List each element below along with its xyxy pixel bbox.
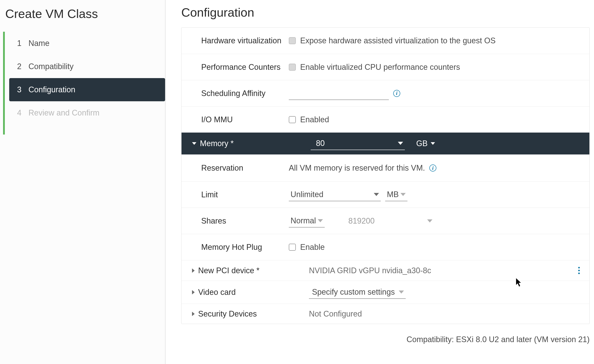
- video-label: Video card: [198, 288, 305, 297]
- step-number: 4: [17, 108, 22, 118]
- hotplug-checkbox[interactable]: [289, 244, 296, 251]
- limit-unit: MB: [387, 190, 399, 199]
- pci-value: NVIDIA GRID vGPU nvidia_a30-8c: [309, 266, 431, 275]
- chevron-right-icon: [192, 312, 195, 316]
- main-panel: Configuration Hardware virtualization Ex…: [166, 0, 594, 364]
- shares-value: 819200: [348, 216, 375, 225]
- chevron-down-icon: [431, 142, 435, 145]
- limit-label: Limit: [201, 190, 289, 199]
- shares-level: Normal: [290, 216, 316, 225]
- step-label: Review and Confirm: [28, 108, 99, 118]
- step-name[interactable]: 1 Name: [0, 32, 165, 55]
- chevron-down-icon: [427, 219, 432, 222]
- reservation-label: Reservation: [201, 163, 289, 172]
- section-security-devices[interactable]: Security Devices Not Configured: [182, 304, 589, 324]
- row-hardware-virtualization: Hardware virtualization Expose hardware …: [182, 27, 589, 54]
- config-container: Hardware virtualization Expose hardware …: [181, 27, 590, 324]
- memory-unit-select[interactable]: GB: [416, 139, 435, 148]
- security-label: Security Devices: [198, 309, 305, 318]
- perf-counters-label: Performance Counters: [201, 63, 289, 72]
- pci-actions-menu[interactable]: [576, 265, 581, 276]
- video-settings-select[interactable]: Specify custom settings: [309, 286, 406, 299]
- chevron-down-icon: [318, 219, 323, 222]
- limit-value: Unlimited: [290, 190, 323, 199]
- step-compatibility[interactable]: 2 Compatibility: [0, 55, 165, 78]
- limit-select[interactable]: Unlimited: [289, 188, 381, 201]
- row-reservation: Reservation All VM memory is reserved fo…: [182, 154, 589, 181]
- io-mmu-label: I/O MMU: [201, 115, 289, 124]
- step-label: Configuration: [28, 85, 75, 94]
- memory-size-input[interactable]: 80: [311, 137, 405, 150]
- info-icon[interactable]: i: [429, 165, 436, 172]
- shares-value-select[interactable]: 819200: [347, 215, 434, 227]
- chevron-down-icon: [398, 142, 403, 145]
- wizard-sidebar: Create VM Class 1 Name 2 Compatibility 3…: [0, 0, 166, 364]
- chevron-down-icon: [192, 142, 196, 145]
- row-scheduling-affinity: Scheduling Affinity i: [182, 80, 589, 106]
- video-value: Specify custom settings: [312, 287, 395, 296]
- step-review: 4 Review and Confirm: [0, 101, 165, 125]
- chevron-down-icon: [399, 291, 404, 294]
- row-memory-hot-plug: Memory Hot Plug Enable: [182, 234, 589, 260]
- step-number: 1: [17, 39, 22, 48]
- section-pci-device[interactable]: New PCI device * NVIDIA GRID vGPU nvidia…: [182, 260, 589, 281]
- step-label: Compatibility: [28, 62, 74, 71]
- wizard-title: Create VM Class: [0, 0, 165, 32]
- row-shares: Shares Normal 819200: [182, 208, 589, 234]
- section-video-card[interactable]: Video card Specify custom settings: [182, 281, 589, 304]
- limit-unit-select[interactable]: MB: [385, 188, 407, 201]
- wizard-steps: 1 Name 2 Compatibility 3 Configuration 4…: [0, 32, 165, 125]
- hotplug-option-text: Enable: [300, 243, 325, 252]
- memory-section-header[interactable]: Memory * 80 GB: [182, 132, 589, 154]
- step-configuration[interactable]: 3 Configuration: [9, 78, 165, 101]
- info-icon[interactable]: i: [393, 90, 400, 97]
- hotplug-label: Memory Hot Plug: [201, 243, 289, 252]
- sched-affinity-label: Scheduling Affinity: [201, 89, 289, 98]
- step-label: Name: [28, 39, 49, 48]
- security-value: Not Configured: [309, 309, 362, 318]
- sched-affinity-input[interactable]: [289, 87, 389, 100]
- memory-value: 80: [316, 139, 325, 148]
- chevron-down-icon: [374, 193, 379, 196]
- hw-virt-checkbox[interactable]: [289, 37, 296, 44]
- step-number: 2: [17, 62, 22, 71]
- wizard-progress-bar: [3, 32, 5, 134]
- memory-label: Memory *: [200, 139, 307, 148]
- io-mmu-option-text: Enabled: [300, 115, 329, 124]
- row-limit: Limit Unlimited MB: [182, 181, 589, 208]
- hw-virt-label: Hardware virtualization: [201, 36, 289, 45]
- hw-virt-option-text: Expose hardware assisted virtualization …: [300, 36, 495, 45]
- chevron-right-icon: [192, 290, 195, 294]
- pci-label: New PCI device *: [198, 266, 305, 275]
- memory-unit-text: GB: [416, 139, 428, 148]
- io-mmu-checkbox[interactable]: [289, 116, 296, 123]
- row-performance-counters: Performance Counters Enable virtualized …: [182, 54, 589, 80]
- row-io-mmu: I/O MMU Enabled: [182, 106, 589, 132]
- perf-counters-option-text: Enable virtualized CPU performance count…: [300, 63, 460, 72]
- compatibility-footer: Compatibility: ESXi 8.0 U2 and later (VM…: [181, 324, 594, 349]
- perf-counters-checkbox[interactable]: [289, 64, 296, 71]
- step-number: 3: [17, 85, 22, 94]
- shares-level-select[interactable]: Normal: [289, 214, 325, 227]
- page-title: Configuration: [181, 0, 594, 27]
- chevron-right-icon: [192, 268, 195, 273]
- shares-label: Shares: [201, 216, 289, 225]
- reservation-text: All VM memory is reserved for this VM.: [289, 163, 425, 172]
- chevron-down-icon: [400, 193, 406, 196]
